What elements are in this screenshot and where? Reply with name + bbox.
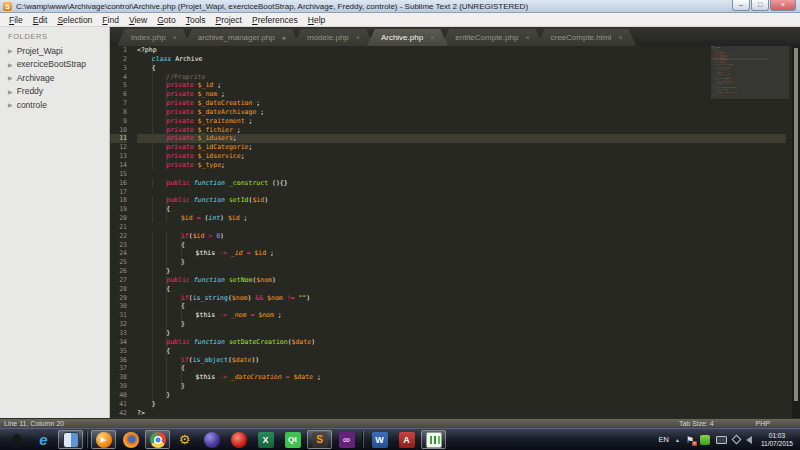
language-indicator[interactable]: EN (658, 435, 668, 444)
code-line[interactable]: public function setId($id) (137, 196, 800, 205)
minimize-button[interactable]: – (732, 0, 750, 11)
line-number[interactable]: 31 (110, 311, 127, 320)
close-button[interactable]: × (770, 0, 796, 11)
line-number[interactable]: 25 (110, 258, 127, 267)
code-line[interactable]: private $_dateCreation ; (137, 99, 800, 108)
line-number[interactable]: 22 (110, 232, 127, 241)
line-number[interactable]: 17 (110, 188, 127, 197)
hidden-icons-chevron[interactable]: ▲ (675, 437, 680, 443)
minimap[interactable]: <?php class Archive { //Proprite private… (711, 46, 789, 196)
clock[interactable]: 01:03 11/07/2015 (758, 432, 796, 448)
media-player-taskbar-button[interactable]: ▶ (91, 430, 116, 449)
code-line[interactable]: } (137, 400, 800, 409)
line-number[interactable]: 32 (110, 320, 127, 329)
apple-taskbar-button[interactable] (4, 430, 29, 449)
syntax-indicator[interactable]: PHP (756, 420, 770, 427)
code-line[interactable]: private $_idservice; (137, 152, 800, 161)
line-number[interactable]: 2 (110, 55, 127, 64)
menu-find[interactable]: Find (97, 15, 124, 25)
line-number[interactable]: 8 (110, 108, 127, 117)
line-number[interactable]: 3 (110, 64, 127, 73)
shield-tray-icon[interactable] (700, 435, 710, 445)
code-line[interactable]: private $_id ; (137, 81, 800, 90)
tab-close-icon[interactable]: × (525, 34, 529, 41)
chrome-taskbar-button[interactable] (145, 430, 170, 449)
line-number-gutter[interactable]: 1234567891011121314151617181920212223242… (110, 46, 132, 417)
code-line[interactable]: private $_dateArchivage ; (137, 108, 800, 117)
code-line[interactable] (137, 170, 800, 179)
line-number[interactable]: 13 (110, 152, 127, 161)
sidebar-item-exercicebootstrap[interactable]: ▶exerciceBootStrap (0, 58, 109, 72)
tab-close-icon[interactable]: × (356, 34, 360, 41)
tab-entiteCompte.php[interactable]: entiteCompte.php× (441, 29, 543, 46)
chart-tool-taskbar-button[interactable] (421, 430, 446, 449)
tab-Archive.php[interactable]: Archive.php× (367, 29, 448, 46)
qt-taskbar-button[interactable]: Qt (280, 430, 305, 449)
code-line[interactable]: { (137, 285, 800, 294)
internet-explorer-taskbar-button[interactable]: e (31, 430, 56, 449)
tab-modele.php[interactable]: modele.php× (293, 29, 374, 46)
excel-taskbar-button[interactable]: X (253, 430, 278, 449)
visual-studio-taskbar-button[interactable]: ∞ (334, 430, 359, 449)
tab-creeCompte.html[interactable]: creeCompte.html× (536, 29, 636, 46)
scrollbar-thumb[interactable] (794, 48, 798, 401)
menu-tools[interactable]: Tools (181, 15, 211, 25)
maximize-button[interactable]: □ (751, 0, 769, 11)
line-number[interactable]: 11 (110, 134, 127, 143)
line-number[interactable]: 35 (110, 347, 127, 356)
minimap-viewport[interactable] (711, 46, 789, 99)
tab-dirty-dot[interactable]: ● (282, 34, 286, 41)
word-taskbar-button[interactable]: W (367, 430, 392, 449)
menu-project[interactable]: Project (211, 15, 247, 25)
code-text[interactable]: <?php class Archive { //Proprite private… (132, 46, 800, 417)
tab-size-indicator[interactable]: Tab Size: 4 (679, 420, 714, 427)
network-tray-icon[interactable] (731, 435, 741, 445)
code-line[interactable]: { (137, 364, 800, 373)
line-number[interactable]: 26 (110, 267, 127, 276)
code-line[interactable]: if(is_object($date)) (137, 356, 800, 365)
menu-help[interactable]: Help (303, 15, 330, 25)
line-number[interactable]: 27 (110, 276, 127, 285)
line-number[interactable]: 41 (110, 400, 127, 409)
line-number[interactable]: 30 (110, 302, 127, 311)
code-line[interactable]: $this -> _nom = $nom ; (137, 311, 800, 320)
line-number[interactable]: 33 (110, 329, 127, 338)
code-line[interactable]: } (137, 329, 800, 338)
line-number[interactable]: 42 (110, 409, 127, 418)
code-line[interactable]: { (137, 347, 800, 356)
code-line[interactable]: if($id > 0) (137, 232, 800, 241)
code-line[interactable]: private $_traitement ; (137, 117, 800, 126)
code-line[interactable]: } (137, 391, 800, 400)
utility-taskbar-button[interactable]: ⚙ (172, 430, 197, 449)
volume-tray-icon[interactable] (746, 436, 752, 444)
line-number[interactable]: 28 (110, 285, 127, 294)
code-line[interactable] (137, 188, 800, 197)
code-line[interactable]: } (137, 320, 800, 329)
line-number[interactable]: 36 (110, 356, 127, 365)
line-number[interactable]: 16 (110, 179, 127, 188)
line-number[interactable]: 24 (110, 249, 127, 258)
vertical-scrollbar[interactable] (792, 46, 800, 418)
tab-close-icon[interactable]: × (618, 34, 622, 41)
sidebar-item-freddy[interactable]: ▶Freddy (0, 85, 109, 99)
menu-file[interactable]: File (4, 15, 28, 25)
code-line[interactable]: } (137, 267, 800, 276)
eclipse-taskbar-button[interactable] (199, 430, 224, 449)
code-line[interactable]: { (137, 302, 800, 311)
code-line[interactable]: public function setNom($nom) (137, 276, 800, 285)
code-line[interactable]: $this -> _id = $id ; (137, 249, 800, 258)
code-line[interactable]: { (137, 205, 800, 214)
line-number[interactable]: 14 (110, 161, 127, 170)
red-app-taskbar-button[interactable] (226, 430, 251, 449)
code-line[interactable]: public function _construct (){} (137, 179, 800, 188)
code-line[interactable]: } (137, 258, 800, 267)
code-line[interactable]: ?> (137, 409, 800, 418)
line-number[interactable]: 19 (110, 205, 127, 214)
line-number[interactable]: 7 (110, 99, 127, 108)
finder-taskbar-button[interactable] (58, 430, 83, 449)
code-line[interactable]: //Proprite (137, 73, 800, 82)
code-line[interactable]: $id = (int) $id ; (137, 214, 800, 223)
code-line[interactable]: { (137, 64, 800, 73)
line-number[interactable]: 9 (110, 117, 127, 126)
menu-selection[interactable]: Selection (52, 15, 97, 25)
